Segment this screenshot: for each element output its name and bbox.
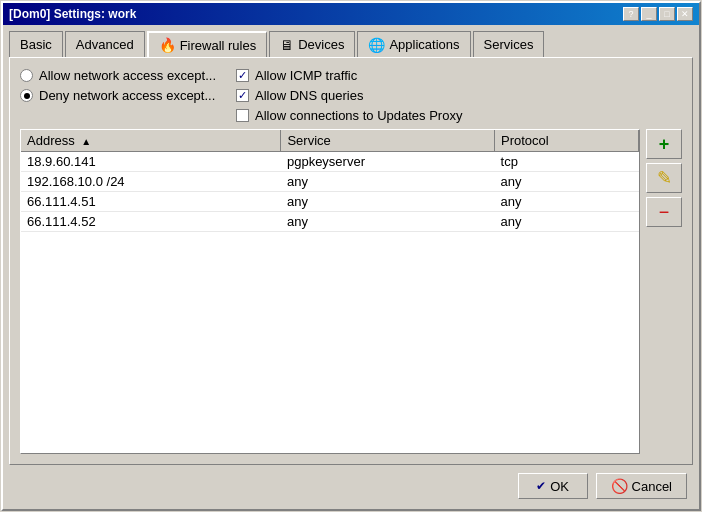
- protocol-cell: tcp: [495, 152, 639, 172]
- bottom-bar: ✔ OK 🚫 Cancel: [9, 465, 693, 503]
- title-bar: [Dom0] Settings: work ? _ □ ✕: [3, 3, 699, 25]
- apps-tab-icon: 🌐: [368, 37, 385, 53]
- service-cell: pgpkeyserver: [281, 152, 495, 172]
- address-cell: 66.111.4.51: [21, 192, 281, 212]
- icmp-label: Allow ICMP traffic: [255, 68, 357, 83]
- table-row[interactable]: 18.9.60.141 pgpkeyserver tcp: [21, 152, 639, 172]
- address-cell: 66.111.4.52: [21, 212, 281, 232]
- firewall-tab-icon: 🔥: [159, 37, 176, 53]
- edit-rule-button[interactable]: ✎: [646, 163, 682, 193]
- ok-button[interactable]: ✔ OK: [518, 473, 588, 499]
- table-header-row: Address ▲ Service Protocol: [21, 130, 639, 152]
- title-bar-buttons: ? _ □ ✕: [623, 7, 693, 21]
- dns-checkbox[interactable]: [236, 89, 249, 102]
- sort-arrow-icon: ▲: [81, 136, 91, 147]
- window-content: Basic Advanced 🔥 Firewall rules 🖥 Device…: [3, 25, 699, 509]
- table-row[interactable]: 66.111.4.52 any any: [21, 212, 639, 232]
- allow-network-radio[interactable]: [20, 69, 33, 82]
- cancel-label: Cancel: [632, 479, 672, 494]
- tab-advanced[interactable]: Advanced: [65, 31, 145, 57]
- dns-label: Allow DNS queries: [255, 88, 363, 103]
- allow-network-label: Allow network access except...: [39, 68, 216, 83]
- allow-network-row[interactable]: Allow network access except...: [20, 68, 216, 83]
- add-rule-button[interactable]: +: [646, 129, 682, 159]
- icmp-checkbox[interactable]: [236, 69, 249, 82]
- close-button[interactable]: ✕: [677, 7, 693, 21]
- table-row[interactable]: 192.168.10.0 /24 any any: [21, 172, 639, 192]
- address-col-header[interactable]: Address ▲: [21, 130, 281, 152]
- address-cell: 18.9.60.141: [21, 152, 281, 172]
- devices-tab-icon: 🖥: [280, 37, 294, 53]
- main-window: [Dom0] Settings: work ? _ □ ✕ Basic Adva…: [1, 1, 701, 511]
- dns-row[interactable]: Allow DNS queries: [236, 88, 462, 103]
- window-title: [Dom0] Settings: work: [9, 7, 136, 21]
- tab-firewall-rules[interactable]: 🔥 Firewall rules: [147, 31, 268, 57]
- address-cell: 192.168.10.0 /24: [21, 172, 281, 192]
- tab-applications[interactable]: 🌐 Applications: [357, 31, 470, 57]
- cancel-button[interactable]: 🚫 Cancel: [596, 473, 687, 499]
- service-cell: any: [281, 172, 495, 192]
- tab-basic[interactable]: Basic: [9, 31, 63, 57]
- action-buttons: + ✎ −: [646, 129, 682, 454]
- tab-services[interactable]: Services: [473, 31, 545, 57]
- maximize-button[interactable]: □: [659, 7, 675, 21]
- help-button[interactable]: ?: [623, 7, 639, 21]
- tab-basic-label: Basic: [20, 37, 52, 52]
- service-cell: any: [281, 212, 495, 232]
- protocol-col-header[interactable]: Protocol: [495, 130, 639, 152]
- service-cell: any: [281, 192, 495, 212]
- rules-table: Address ▲ Service Protocol 18.9.60.141 p…: [21, 130, 639, 232]
- deny-network-radio[interactable]: [20, 89, 33, 102]
- tab-devices[interactable]: 🖥 Devices: [269, 31, 355, 57]
- firewall-tab-content: Allow network access except... Deny netw…: [9, 57, 693, 465]
- service-col-header[interactable]: Service: [281, 130, 495, 152]
- ok-label: OK: [550, 479, 569, 494]
- tab-firewall-label: Firewall rules: [180, 38, 257, 53]
- protocol-cell: any: [495, 172, 639, 192]
- protocol-cell: any: [495, 212, 639, 232]
- updates-label: Allow connections to Updates Proxy: [255, 108, 462, 123]
- tab-bar: Basic Advanced 🔥 Firewall rules 🖥 Device…: [9, 31, 693, 57]
- ok-icon: ✔: [536, 479, 546, 493]
- traffic-options: Allow ICMP traffic Allow DNS queries All…: [236, 68, 462, 123]
- protocol-cell: any: [495, 192, 639, 212]
- updates-checkbox[interactable]: [236, 109, 249, 122]
- tab-devices-label: Devices: [298, 37, 344, 52]
- minimize-button[interactable]: _: [641, 7, 657, 21]
- updates-row[interactable]: Allow connections to Updates Proxy: [236, 108, 462, 123]
- network-access-options: Allow network access except... Deny netw…: [20, 68, 216, 123]
- icmp-row[interactable]: Allow ICMP traffic: [236, 68, 462, 83]
- remove-rule-button[interactable]: −: [646, 197, 682, 227]
- table-body: 18.9.60.141 pgpkeyserver tcp 192.168.10.…: [21, 152, 639, 232]
- deny-network-row[interactable]: Deny network access except...: [20, 88, 216, 103]
- top-options: Allow network access except... Deny netw…: [20, 68, 682, 123]
- deny-network-label: Deny network access except...: [39, 88, 215, 103]
- tab-services-label: Services: [484, 37, 534, 52]
- tab-applications-label: Applications: [389, 37, 459, 52]
- cancel-icon: 🚫: [611, 478, 628, 494]
- rules-table-container: Address ▲ Service Protocol 18.9.60.141 p…: [20, 129, 640, 454]
- table-section: Address ▲ Service Protocol 18.9.60.141 p…: [20, 129, 682, 454]
- table-row[interactable]: 66.111.4.51 any any: [21, 192, 639, 212]
- tab-advanced-label: Advanced: [76, 37, 134, 52]
